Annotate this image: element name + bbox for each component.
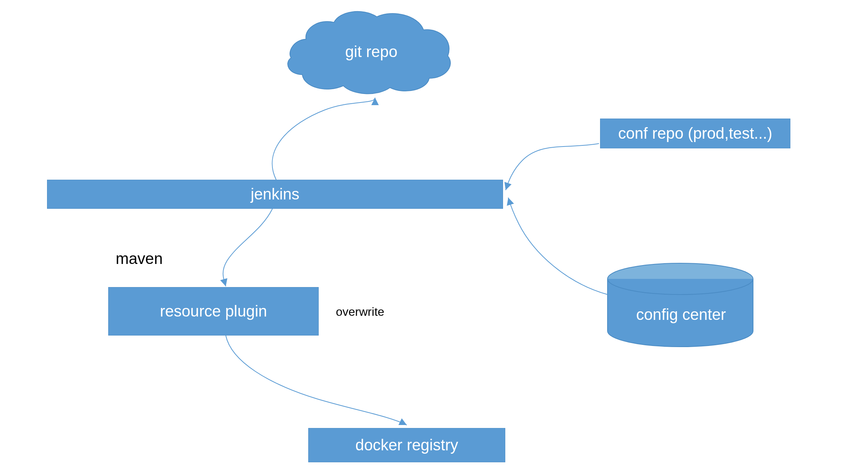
conf-repo-label: conf repo (prod,test...) bbox=[618, 125, 772, 142]
edge-resourceplugin-to-dockerregistry bbox=[226, 336, 407, 425]
docker-registry-box: docker registry bbox=[308, 428, 505, 462]
overwrite-label: overwrite bbox=[336, 305, 384, 319]
resource-plugin-box: resource plugin bbox=[108, 287, 319, 336]
jenkins-label: jenkins bbox=[251, 185, 300, 203]
edge-configcenter-to-jenkins bbox=[508, 198, 608, 295]
diagram-svg bbox=[0, 0, 868, 469]
svg-point-0 bbox=[608, 263, 753, 295]
conf-repo-box: conf repo (prod,test...) bbox=[600, 119, 790, 148]
edge-confrepo-to-jenkins bbox=[506, 144, 599, 190]
jenkins-box: jenkins bbox=[47, 180, 503, 209]
edge-jenkins-to-gitrepo bbox=[272, 98, 375, 180]
config-center-label: config center bbox=[634, 306, 728, 324]
config-center-cylinder bbox=[608, 263, 753, 347]
resource-plugin-label: resource plugin bbox=[160, 302, 267, 320]
docker-registry-label: docker registry bbox=[355, 436, 458, 454]
architecture-diagram: git repo jenkins conf repo (prod,test...… bbox=[0, 0, 868, 469]
edge-jenkins-to-resourceplugin bbox=[223, 209, 272, 286]
git-repo-label: git repo bbox=[338, 43, 405, 61]
maven-label: maven bbox=[116, 250, 163, 268]
